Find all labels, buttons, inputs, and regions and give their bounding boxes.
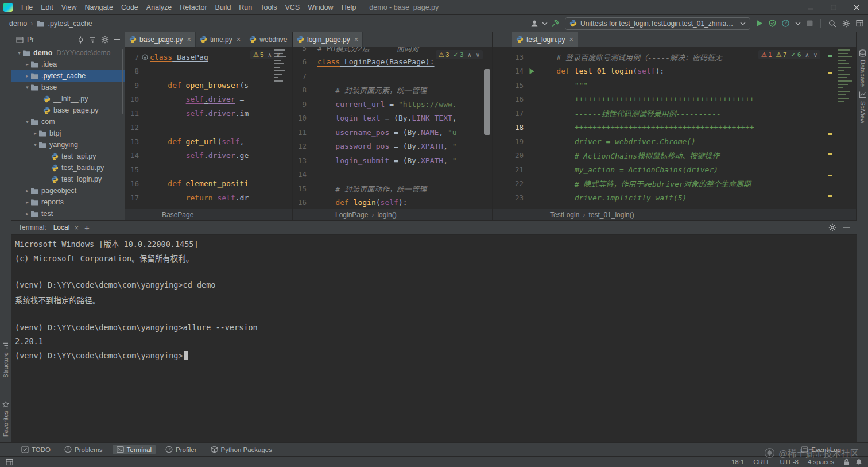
code-line[interactable]: 13 login_submit = (By.XPATH, " [293, 153, 492, 168]
line-number[interactable]: 8 [293, 86, 308, 94]
menu-help[interactable]: Help [338, 0, 361, 15]
code-line[interactable]: 15 # 封装页面动作，统一管理 [293, 182, 492, 196]
line-number[interactable]: 16 [293, 198, 308, 207]
chevron-down-icon[interactable]: ▾ [24, 119, 30, 125]
line-number[interactable]: 11 [125, 109, 140, 118]
editor-area[interactable]: 7class BasePag89 def open_browser(s10 se… [125, 47, 292, 209]
editor-area[interactable]: 5# PO模式分2层----- 面向对6class LoginPage(Base… [293, 47, 492, 209]
line-number[interactable]: 14 [293, 170, 308, 179]
editor-tab-login_page.py[interactable]: login_page.py× [293, 32, 363, 47]
line-number[interactable]: 6 [293, 57, 308, 66]
tree-item-test_api.py[interactable]: test_api.py [11, 150, 125, 162]
scrollbar-thumb[interactable] [484, 69, 490, 135]
line-number[interactable]: 16 [493, 95, 525, 103]
run-config-select[interactable]: Unittests for test_login.TestLogin.test_… [565, 17, 750, 30]
editor-tab-base_page.py[interactable]: base_page.py× [125, 32, 196, 47]
layout-icon[interactable] [856, 20, 863, 27]
line-number[interactable]: 17 [125, 194, 140, 202]
code-line[interactable]: 11 self.driver.im [125, 106, 292, 121]
toolwindow-button-profiler[interactable]: Profiler [161, 445, 200, 454]
caret-position[interactable]: 18:1 [731, 458, 744, 465]
stop-icon[interactable] [807, 20, 813, 26]
tree-item-demo[interactable]: ▾demoD:\YY\code\demo [11, 47, 125, 59]
settings-icon[interactable] [101, 36, 109, 44]
coverage-icon[interactable] [769, 20, 776, 27]
line-number[interactable]: 9 [293, 100, 308, 109]
tree-item-.pytest_cache[interactable]: ▸.pytest_cache [11, 70, 125, 82]
code-line[interactable]: 18 [125, 205, 292, 209]
code-line[interactable]: 10 self.driver = [125, 92, 292, 107]
code-line[interactable]: 16 def element_positi [125, 177, 292, 191]
editor-tab-webdrive[interactable]: webdrive× [245, 32, 292, 47]
prev-problem-icon[interactable]: ∧ [805, 52, 809, 58]
chevron-down-icon[interactable]: ▾ [16, 50, 22, 56]
code-line[interactable]: 7 [293, 69, 492, 83]
tree-item-btpj[interactable]: ▸btpj [11, 128, 125, 139]
editor-tab-time.py[interactable]: time.py× [196, 32, 245, 47]
chevron-right-icon[interactable]: ▸ [32, 130, 38, 136]
code-line[interactable]: 17 ------线性代码测试登录用例---------- [493, 106, 856, 121]
settings-icon[interactable] [842, 20, 850, 28]
menu-build[interactable]: Build [211, 0, 235, 15]
menu-tools[interactable]: Tools [256, 0, 281, 15]
close-icon[interactable]: × [74, 224, 79, 231]
code-line[interactable]: 17 return self.dr [125, 191, 292, 205]
prev-problem-icon[interactable]: ∧ [467, 52, 471, 58]
menu-vcs[interactable]: VCS [281, 0, 304, 15]
line-number[interactable]: 21 [493, 165, 525, 174]
menu-code[interactable]: Code [117, 0, 142, 15]
code-line[interactable]: 15 """ [493, 78, 856, 92]
code-line[interactable]: 14 self.driver.ge [125, 149, 292, 163]
search-icon[interactable] [828, 20, 836, 28]
menu-refactor[interactable]: Refactor [176, 0, 211, 15]
code-line[interactable]: 18 +++++++++++++++++++++++++++++++++++++… [493, 121, 856, 135]
line-number[interactable]: 12 [125, 123, 140, 132]
close-icon[interactable]: × [237, 36, 241, 43]
maximize-button[interactable] [822, 0, 845, 14]
breadcrumb-item-pytest-cache[interactable]: .pytest_cache [48, 20, 92, 28]
line-number[interactable]: 17 [493, 109, 525, 118]
line-number[interactable]: 18 [125, 207, 140, 209]
code-with-me-icon[interactable] [530, 20, 538, 28]
menu-edit[interactable]: Edit [37, 0, 57, 15]
tree-item-test[interactable]: ▸test [11, 208, 125, 219]
stripe-button-sciview[interactable]: SciView [857, 91, 868, 123]
terminal-output[interactable]: Microsoft Windows [版本 10.0.22000.1455](c… [11, 235, 857, 442]
layout-icon[interactable] [6, 458, 13, 466]
line-number[interactable]: 19 [493, 137, 525, 146]
tree-item-test_login.py[interactable]: test_login.py [11, 173, 125, 185]
close-button[interactable] [845, 0, 868, 14]
line-number[interactable]: 15 [493, 81, 525, 90]
minimize-button[interactable] [799, 0, 822, 14]
class-marker-icon[interactable] [142, 54, 148, 60]
line-number[interactable]: 16 [125, 179, 140, 188]
line-number[interactable]: 15 [293, 184, 308, 193]
line-number[interactable]: 7 [125, 53, 140, 61]
tree-item-yangying[interactable]: ▾yangying [11, 139, 125, 150]
code-line[interactable]: 9 def open_browser(s [125, 78, 292, 92]
line-number[interactable]: 23 [493, 194, 525, 202]
prev-problem-icon[interactable]: ∧ [268, 52, 272, 58]
stripe-button-structure[interactable]: Structure [0, 342, 11, 378]
breadcrumb-item-testlogin[interactable]: TestLogin [550, 211, 579, 219]
code-line[interactable]: 21 my_action = ActionChains(driver) [493, 163, 856, 177]
toolwindow-button-problems[interactable]: Problems [60, 445, 107, 454]
chevron-down-icon[interactable]: ▾ [32, 142, 38, 148]
profiler-icon[interactable] [782, 20, 789, 27]
chevron-down-icon[interactable]: ▾ [24, 84, 30, 90]
tree-item-base_page.py[interactable]: base_page.py [11, 105, 125, 116]
menu-view[interactable]: View [57, 0, 81, 15]
code-line[interactable]: 19 driver = webdriver.Chrome() [493, 134, 856, 149]
run-icon[interactable] [756, 20, 763, 27]
code-line[interactable]: 10 login_text = (By.LINK_TEXT, [293, 111, 492, 126]
code-line[interactable]: 11 username_pos = (By.NAME, "u [293, 125, 492, 140]
line-number[interactable]: 13 [293, 156, 308, 165]
build-icon[interactable] [551, 20, 559, 28]
tree-item-base[interactable]: ▾base [11, 82, 125, 93]
line-number[interactable]: 18 [493, 123, 525, 132]
chevron-right-icon[interactable]: ▸ [24, 73, 30, 79]
stripe-button-database[interactable]: Database [857, 49, 868, 87]
menu-file[interactable]: File [17, 0, 37, 15]
indent-setting[interactable]: 4 spaces [808, 458, 834, 465]
line-number[interactable]: 15 [125, 165, 140, 174]
